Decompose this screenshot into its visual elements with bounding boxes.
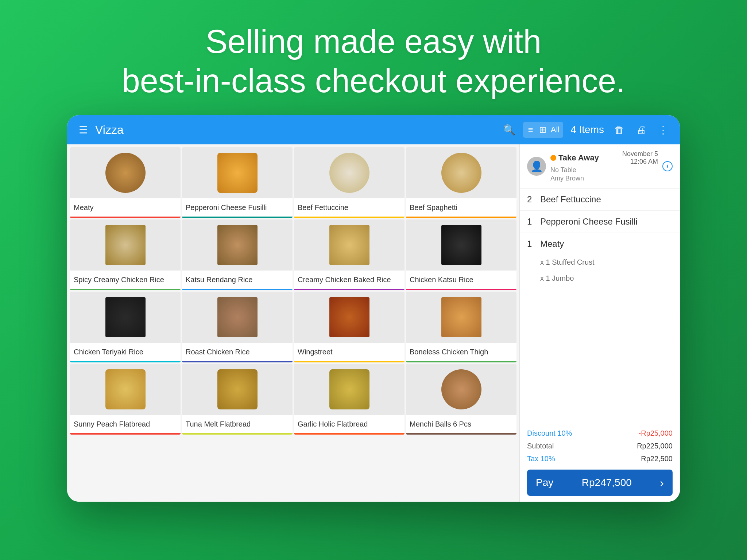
order-item-row[interactable]: 1 Meaty bbox=[520, 233, 680, 255]
takeaway-badge: Take Away bbox=[550, 153, 599, 163]
menu-panel: Meaty Pepperoni Cheese Fusilli Beef Fett… bbox=[67, 144, 519, 502]
order-time: 12:06 AM bbox=[630, 158, 658, 166]
all-label: All bbox=[551, 125, 560, 135]
menu-item-name: Meaty bbox=[70, 198, 181, 217]
food-image bbox=[105, 153, 146, 193]
avatar-icon: 👤 bbox=[530, 160, 543, 172]
top-bar-right: 4 Items 🗑 🖨 ⋮ bbox=[570, 122, 670, 137]
menu-item[interactable]: Creamy Chicken Baked Rice bbox=[294, 219, 405, 290]
menu-item-bar bbox=[70, 433, 181, 435]
menu-item-image bbox=[70, 147, 181, 198]
order-sub-row: x 1 Stuffed Crust bbox=[520, 255, 680, 271]
menu-item-image bbox=[182, 364, 293, 415]
search-button[interactable]: 🔍 bbox=[502, 122, 517, 137]
subtotal-label: Subtotal bbox=[527, 442, 554, 450]
order-item-name: Beef Fettuccine bbox=[540, 194, 673, 205]
top-bar-left: ☰ Vizza bbox=[77, 122, 494, 137]
order-item-row[interactable]: 1 Pepperoni Cheese Fusilli bbox=[520, 211, 680, 233]
menu-item[interactable]: Beef Spaghetti bbox=[406, 147, 516, 218]
menu-item-bar bbox=[294, 433, 405, 435]
menu-item-image bbox=[182, 292, 293, 343]
menu-item-bar bbox=[70, 289, 181, 290]
menu-item[interactable]: Meaty bbox=[70, 147, 181, 218]
menu-item-image bbox=[182, 219, 293, 271]
menu-item-bar bbox=[70, 361, 181, 362]
menu-item-bar bbox=[294, 217, 405, 218]
food-image bbox=[105, 225, 146, 265]
discount-value: -Rp25,000 bbox=[639, 429, 673, 438]
menu-item-bar bbox=[182, 217, 293, 218]
menu-item[interactable]: Wingstreet bbox=[294, 292, 405, 362]
more-options-button[interactable]: ⋮ bbox=[657, 122, 670, 137]
menu-item-image bbox=[182, 147, 293, 198]
food-image bbox=[105, 297, 146, 337]
menu-item-image bbox=[406, 147, 516, 198]
top-bar: ☰ Vizza 🔍 ≡ ⊞ All 4 Items 🗑 🖨 ⋮ bbox=[67, 115, 680, 144]
order-table: No Table bbox=[550, 166, 658, 174]
pay-button[interactable]: Pay Rp247,500 › bbox=[527, 470, 673, 496]
order-items: 2 Beef Fettuccine 1 Pepperoni Cheese Fus… bbox=[520, 188, 680, 421]
menu-item[interactable]: Beef Fettuccine bbox=[294, 147, 405, 218]
menu-item[interactable]: Menchi Balls 6 Pcs bbox=[406, 364, 516, 435]
menu-item[interactable]: Tuna Melt Flatbread bbox=[182, 364, 293, 435]
order-info: Take Away November 5 12:06 AM No Table A… bbox=[550, 150, 658, 182]
order-staff: Amy Brown bbox=[550, 175, 658, 182]
menu-item-bar bbox=[182, 289, 293, 290]
menu-item[interactable]: Chicken Teriyaki Rice bbox=[70, 292, 181, 362]
menu-item-name: Chicken Katsu Rice bbox=[406, 271, 516, 289]
pay-arrow-icon: › bbox=[660, 476, 664, 490]
food-image bbox=[329, 297, 369, 337]
menu-item-image bbox=[70, 219, 181, 271]
order-sub-row: x 1 Jumbo bbox=[520, 271, 680, 287]
menu-item-name: Wingstreet bbox=[294, 343, 405, 361]
order-date-col: November 5 12:06 AM bbox=[622, 150, 658, 166]
menu-item[interactable]: Chicken Katsu Rice bbox=[406, 219, 516, 290]
hero-section: Selling made easy with best-in-class che… bbox=[107, 0, 640, 115]
menu-item[interactable]: Pepperoni Cheese Fusilli bbox=[182, 147, 293, 218]
menu-item[interactable]: Roast Chicken Rice bbox=[182, 292, 293, 362]
menu-item[interactable]: Spicy Creamy Chicken Rice bbox=[70, 219, 181, 290]
menu-item[interactable]: Garlic Holic Flatbread bbox=[294, 364, 405, 435]
menu-item-name: Beef Spaghetti bbox=[406, 198, 516, 217]
view-toggle: ≡ ⊞ All bbox=[523, 122, 563, 138]
order-item-name: Meaty bbox=[540, 239, 673, 249]
list-view-button[interactable]: ≡ bbox=[527, 123, 535, 136]
menu-item-bar bbox=[406, 289, 516, 290]
menu-item-name: Tuna Melt Flatbread bbox=[182, 415, 293, 433]
pay-label: Pay bbox=[536, 477, 553, 489]
menu-item[interactable]: Sunny Peach Flatbread bbox=[70, 364, 181, 435]
subtotal-row: Subtotal Rp225,000 bbox=[527, 440, 673, 452]
tax-label: Tax 10% bbox=[527, 455, 555, 463]
food-image bbox=[441, 153, 481, 193]
menu-item-name: Garlic Holic Flatbread bbox=[294, 415, 405, 433]
order-date: November 5 bbox=[622, 150, 658, 158]
device-frame: ☰ Vizza 🔍 ≡ ⊞ All 4 Items 🗑 🖨 ⋮ Meaty bbox=[67, 115, 680, 502]
hamburger-button[interactable]: ☰ bbox=[77, 122, 89, 137]
order-sub-name: x 1 Jumbo bbox=[540, 274, 574, 282]
food-image bbox=[441, 297, 481, 337]
food-image bbox=[441, 369, 481, 409]
menu-item-bar bbox=[294, 361, 405, 362]
print-button[interactable]: 🖨 bbox=[635, 122, 648, 137]
order-sub-name: x 1 Stuffed Crust bbox=[540, 258, 595, 266]
food-image bbox=[329, 225, 369, 265]
tax-value: Rp22,500 bbox=[641, 455, 673, 463]
order-item-row[interactable]: 2 Beef Fettuccine bbox=[520, 188, 680, 211]
order-footer: Discount 10% -Rp25,000 Subtotal Rp225,00… bbox=[520, 421, 680, 502]
menu-grid: Meaty Pepperoni Cheese Fusilli Beef Fett… bbox=[70, 147, 516, 435]
top-bar-center: 🔍 ≡ ⊞ All bbox=[502, 122, 563, 138]
delete-button[interactable]: 🗑 bbox=[613, 122, 626, 137]
menu-item[interactable]: Katsu Rendang Rice bbox=[182, 219, 293, 290]
order-item-qty: 1 bbox=[527, 239, 534, 249]
menu-item-name: Pepperoni Cheese Fusilli bbox=[182, 198, 293, 217]
menu-item-image bbox=[294, 147, 405, 198]
info-icon[interactable]: i bbox=[662, 161, 673, 171]
menu-item-image bbox=[406, 219, 516, 271]
menu-item-name: Katsu Rendang Rice bbox=[182, 271, 293, 289]
hero-line2: best-in-class checkout experience. bbox=[122, 63, 626, 99]
app-title: Vizza bbox=[95, 123, 124, 137]
menu-item[interactable]: Boneless Chicken Thigh bbox=[406, 292, 516, 362]
menu-item-bar bbox=[182, 361, 293, 362]
grid-view-button[interactable]: ⊞ bbox=[538, 123, 548, 136]
hero-line1: Selling made easy with bbox=[206, 23, 541, 60]
